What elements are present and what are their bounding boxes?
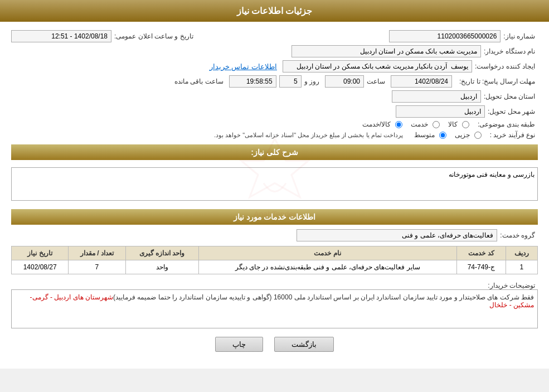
mohlat-rooz-label: روز و <box>302 78 322 85</box>
cell-naam: سایر فعالیت‌های حرفه‌ای، علمی و فنی طبقه… <box>198 260 456 274</box>
cell-radif: 1 <box>506 260 537 274</box>
col-naam: نام خدمت <box>198 246 456 260</box>
radio-khedmat-label: خدمت <box>408 120 431 128</box>
shomara-label: شماره نیاز: <box>501 32 538 40</box>
cell-vahed: واحد <box>125 260 198 274</box>
tawzihat-link[interactable]: شهرستان های اردبیل - گرمی- مشکین - خلخال <box>30 293 534 309</box>
radio-jazي-label: جزیی <box>452 131 473 139</box>
ostan-label: استان محل تحویل: <box>481 93 538 100</box>
naam-dastgah-label: نام دستگاه خریدار: <box>481 47 538 55</box>
cell-kod: ج-749-74 <box>456 260 506 274</box>
col-tarikh: تاریخ نیاز <box>12 246 69 260</box>
noe-note: پرداخت تمام یا بخشی از مبلغ خریداز محل "… <box>214 132 403 139</box>
buttons-row: بازگشت چاپ <box>11 337 538 352</box>
services-section-title: اطلاعات خدمات مورد نیاز <box>11 209 538 225</box>
radio-kala-khedmat-input[interactable] <box>395 121 402 128</box>
ijad-input[interactable] <box>283 60 472 72</box>
col-radif: ردیف <box>506 246 537 260</box>
mohlat-date-input[interactable] <box>391 75 452 88</box>
cell-tarikh: 1402/08/27 <box>12 260 69 274</box>
mohlat-saat-label: ساعت <box>364 78 388 85</box>
ijad-label: ایجاد کننده درخواست: <box>472 62 538 70</box>
radio-khedmat-input[interactable] <box>433 121 440 128</box>
radio-motavasit: متوسط <box>411 131 446 139</box>
col-vahed: واحد اندازه گیری <box>125 246 198 260</box>
tabaqe-label: طبقه بندی موضوعی: <box>475 120 538 128</box>
etela-link[interactable]: اطلاعات تماس خریدار <box>210 62 277 71</box>
tarikh-input[interactable] <box>11 30 111 42</box>
mohlat-remaining-label: ساعت باقی مانده <box>172 78 226 85</box>
services-title-text: اطلاعات خدمات مورد نیاز <box>234 212 316 221</box>
sharh-textarea: بازرسی و معاینه فنی موتورخانه <box>11 167 538 201</box>
btn-chap[interactable]: چاپ <box>215 337 263 352</box>
sharh-title-text: شرح کلی نیاز: <box>251 148 298 157</box>
row-noe-farayand: نوع فرآیند خرید : جزیی متوسط پرداخت تمام… <box>11 131 538 139</box>
page-header: جزئیات اطلاعات نیاز <box>0 0 549 22</box>
shahr-input[interactable] <box>396 105 485 118</box>
page-wrapper: جزئیات اطلاعات نیاز شماره نیاز: تاریخ و … <box>0 0 549 369</box>
radio-kala-input[interactable] <box>462 121 469 128</box>
mohlat-remaining-input[interactable] <box>229 75 276 88</box>
row-naam-dastgah: نام دستگاه خریدار: <box>11 45 538 57</box>
row-tawzihat: توضیحات خریدار: فقط شرکت های صلاحیتدار و… <box>11 279 538 328</box>
sharh-text: بازرسی و معاینه فنی موتورخانه <box>449 171 535 178</box>
grohe-label: گروه خدمت: <box>497 231 538 239</box>
table-header-row: ردیف کد خدمت نام خدمت واحد اندازه گیری ت… <box>12 246 538 260</box>
radio-jazي: جزیی <box>452 131 482 139</box>
radio-kala: کالا <box>445 120 469 128</box>
col-kod: کد خدمت <box>456 246 506 260</box>
naam-dastgah-input[interactable] <box>291 45 481 57</box>
tawzihat-box: فقط شرکت های صلاحیتدار و مورد تایید سازم… <box>11 289 538 328</box>
row-shomara-tarikh: شماره نیاز: تاریخ و ساعت اعلان عمومی: <box>11 30 538 42</box>
services-table: ردیف کد خدمت نام خدمت واحد اندازه گیری ت… <box>11 246 538 274</box>
sharh-container: AnahTender بازرسی و معاینه فنی موتورخانه <box>11 164 538 204</box>
noe-radio-group: جزیی متوسط <box>411 131 482 139</box>
col-tedad: تعداد / مقدار <box>69 246 125 260</box>
grohe-input[interactable] <box>297 229 497 241</box>
radio-motavasit-input[interactable] <box>439 132 446 139</box>
mohlat-rooz-input[interactable] <box>279 75 302 88</box>
page-title: جزئیات اطلاعات نیاز <box>237 6 313 16</box>
mohlat-saat-input[interactable] <box>325 75 364 88</box>
ostan-input[interactable] <box>392 90 481 103</box>
shomara-input[interactable] <box>389 30 501 42</box>
radio-jazي-input[interactable] <box>474 132 482 139</box>
noe-farayand-label: نوع فرآیند خرید : <box>487 131 538 139</box>
main-content: شماره نیاز: تاریخ و ساعت اعلان عمومی: نا… <box>0 22 549 369</box>
shahr-label: شهر محل تحویل: <box>485 108 538 115</box>
row-shahr: شهر محل تحویل: <box>11 105 538 118</box>
table-row: 1ج-749-74سایر فعالیت‌های حرفه‌ای، علمی و… <box>12 260 538 274</box>
row-ostan: استان محل تحویل: <box>11 90 538 103</box>
cell-tedad: 7 <box>69 260 125 274</box>
row-grohe: گروه خدمت: <box>11 229 538 241</box>
radio-kala-label: کالا <box>445 120 460 128</box>
tarikh-label: تاریخ و ساعت اعلان عمومی: <box>111 32 196 40</box>
tawzihat-text: فقط شرکت های صلاحیتدار و مورد تایید سازم… <box>30 293 534 309</box>
tawzihat-label: توضیحات خریدار: <box>485 282 538 289</box>
row-tabaqe: طبقه بندی موضوعی: کالا خدمت کالا/خدمت <box>11 120 538 128</box>
radio-kala-khedmat-label: کالا/خدمت <box>359 120 393 128</box>
radio-motavasit-label: متوسط <box>411 131 438 139</box>
btn-bazgasht[interactable]: بازگشت <box>274 337 334 352</box>
row-mohlat: مهلت ارسال پاسخ: تا تاریخ: ساعت روز و سا… <box>11 75 538 88</box>
tabaqe-radio-group: کالا خدمت کالا/خدمت <box>359 120 469 128</box>
sharh-section-title: شرح کلی نیاز: <box>11 144 538 160</box>
radio-khedmat: خدمت <box>408 120 440 128</box>
mohlat-label: مهلت ارسال پاسخ: تا تاریخ: <box>456 78 538 85</box>
radio-kala-khedmat: کالا/خدمت <box>359 120 402 128</box>
row-ijad: ایجاد کننده درخواست: اطلاعات تماس خریدار <box>11 60 538 72</box>
